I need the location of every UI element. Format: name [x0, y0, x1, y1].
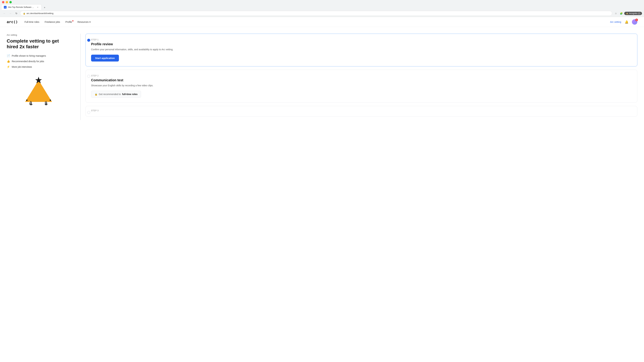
logo[interactable]: arc() [7, 20, 18, 24]
timeline-line [80, 34, 81, 120]
close-window-button[interactable] [2, 1, 4, 3]
top-nav: arc() Full-time roles Freelance jobs Pro… [0, 17, 644, 27]
avatar-badge: 1 [635, 18, 638, 21]
svg-point-11 [50, 99, 51, 101]
forward-button[interactable]: → [8, 11, 13, 16]
svg-point-10 [26, 99, 28, 101]
benefit-item-0: 📄 Profile shown to hiring managers [7, 54, 70, 57]
nav-link-resources[interactable]: Resources ▾ [78, 21, 90, 23]
vetting-label: Arc vetting [7, 34, 70, 36]
benefit-item-1: 👍 Recommended directly for jobs [7, 60, 70, 63]
left-panel: Arc vetting Complete vetting to get hire… [7, 34, 77, 120]
svg-rect-8 [45, 102, 46, 104]
step-2-description: Showcase your English skills by recordin… [91, 84, 632, 87]
tab-close-button[interactable]: × [36, 6, 39, 8]
lock-icon: 🔒 [23, 12, 26, 14]
step-2-dot [87, 75, 90, 78]
refresh-button[interactable]: ↻ [14, 11, 19, 16]
step-2-wrapper: STEP 2 Communication test Showcase your … [86, 70, 637, 103]
svg-rect-3 [30, 101, 31, 104]
nav-link-profile[interactable]: Profile [66, 21, 72, 23]
address-bar[interactable]: 🔒 arc.dev/dashboard/d/vetting [20, 11, 612, 16]
step-1-dot [87, 39, 90, 42]
step-3-wrapper: STEP 3 [86, 106, 637, 117]
tab-bar: A Hire Top Remote Software Dev... × + [0, 4, 644, 10]
notification-button[interactable]: 🔔 [624, 19, 629, 25]
incognito-icon: 🕵 [626, 12, 628, 14]
step-2-title: Communication test [91, 78, 632, 82]
vetting-headline: Complete vetting to get hired 2x faster [7, 38, 70, 49]
incognito-label: Incognito (2) [629, 12, 640, 14]
browser-chrome: A Hire Top Remote Software Dev... × + ← … [0, 0, 644, 17]
lock-feature-text: Get recommended to full-time roles [99, 93, 138, 95]
titlebar [0, 0, 644, 4]
step-2-lock-feature: 🔒 Get recommended to full-time roles [91, 91, 141, 98]
step-2-card: STEP 2 Communication test Showcase your … [86, 70, 637, 103]
browser-actions: ☆ 🧩 🕵 Incognito (2) [614, 11, 642, 16]
profile-dot-badge [72, 20, 74, 21]
svg-rect-4 [31, 102, 32, 104]
profile-icon: 📄 [7, 54, 10, 57]
nav-link-freelance-jobs[interactable]: Freelance jobs [44, 21, 60, 23]
back-button[interactable]: ← [2, 11, 7, 16]
step-1-title: Profile review [91, 42, 632, 46]
svg-rect-9 [46, 102, 47, 104]
extensions-button[interactable]: 🧩 [619, 11, 624, 16]
url-text: arc.dev/dashboard/d/vetting [26, 12, 53, 14]
step-3-dot [87, 111, 90, 114]
start-application-button[interactable]: Start application [91, 55, 119, 61]
step-1-card: STEP 1 Profile review Confirm your perso… [86, 34, 637, 66]
thumbs-up-icon: 👍 [7, 60, 10, 63]
nav-right: Arc vetting 🔔 1 [610, 19, 637, 25]
nav-links: Full-time roles Freelance jobs Profile R… [24, 21, 610, 23]
step-3-label: STEP 3 [91, 109, 632, 112]
incognito-badge: 🕵 Incognito (2) [624, 12, 642, 15]
tab-title: Hire Top Remote Software Dev... [8, 6, 35, 8]
step-3-card: STEP 3 [86, 106, 637, 117]
lock-icon: 🔒 [94, 93, 98, 95]
window-controls [2, 1, 12, 3]
app-wrapper: arc() Full-time roles Freelance jobs Pro… [0, 17, 644, 359]
arc-vetting-nav-link[interactable]: Arc vetting [610, 21, 621, 23]
benefit-text-2: More job interviews [12, 65, 32, 68]
steps-panel: STEP 1 Profile review Confirm your perso… [77, 34, 637, 120]
bell-icon: 🔔 [625, 20, 628, 24]
lock-feature-bold: full-time roles [122, 93, 138, 95]
minimize-window-button[interactable] [6, 1, 8, 3]
svg-rect-7 [46, 101, 46, 104]
step-1-description: Confirm your personal information, skill… [91, 48, 632, 51]
maximize-window-button[interactable] [10, 1, 12, 3]
benefit-text-1: Recommended directly for jobs [12, 60, 44, 63]
nav-link-full-time-roles[interactable]: Full-time roles [24, 21, 39, 23]
bookmark-button[interactable]: ☆ [614, 11, 618, 16]
new-tab-button[interactable]: + [42, 5, 47, 10]
svg-rect-5 [29, 102, 30, 104]
benefit-text-0: Profile shown to hiring managers [12, 54, 46, 57]
browser-tab-active[interactable]: A Hire Top Remote Software Dev... × [1, 4, 42, 10]
chevron-down-icon: ▾ [90, 21, 90, 23]
address-bar-row: ← → ↻ 🔒 arc.dev/dashboard/d/vetting ☆ 🧩 … [0, 10, 644, 17]
benefits-list: 📄 Profile shown to hiring managers 👍 Rec… [7, 54, 70, 68]
illustration [7, 75, 70, 105]
step-2-label: STEP 2 [91, 75, 632, 77]
avatar-button[interactable]: 1 [632, 19, 637, 25]
main-content: Arc vetting Complete vetting to get hire… [0, 27, 644, 120]
benefit-item-2: ⚡ More job interviews [7, 65, 70, 68]
lightning-icon: ⚡ [7, 65, 10, 68]
svg-marker-0 [25, 80, 52, 102]
step-1-wrapper: STEP 1 Profile review Confirm your perso… [86, 34, 637, 66]
step-1-label: STEP 1 [91, 38, 632, 41]
tab-favicon: A [4, 6, 6, 8]
